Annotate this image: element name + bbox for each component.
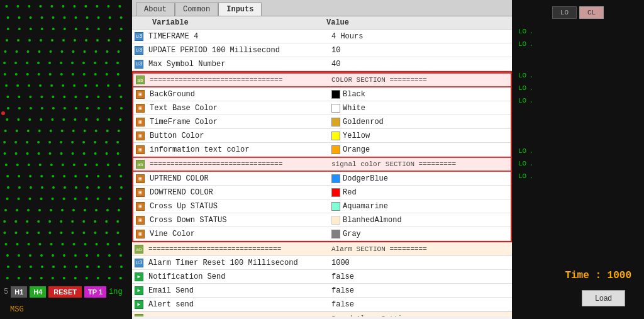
val-notification: false [329,271,512,283]
var-uptrend: UPTREND COLOR [147,173,329,184]
dot-label-4: LO [518,84,526,92]
main-panel: About Common Inputs Variable Value u3 TI… [132,0,512,319]
dot-dots-5: . [529,97,533,104]
val-color-section: COLOR SECTION ========= [329,75,511,85]
swatch-vine-color [331,230,340,238]
table-container[interactable]: Variable Value u3 TIMEFRAME 4 4 Hours u3… [132,16,512,316]
icon-signal-section: ab [133,158,147,171]
icon-button-color: ▣ [133,130,147,142]
h1-button[interactable]: H1 [11,286,27,298]
icon-alarm-timer: u3 [132,257,146,269]
table-row: ▣ Cross Up STATUS Aquamarine [133,199,511,213]
icon-downtrend: ▣ [133,186,147,199]
var-alarm-section: ================================ [146,244,329,254]
val-cross-down: BlanhedAlmond [329,215,511,226]
var-timeframe-color: TimeFrame Color [147,116,329,128]
dot-row-2: LO . [512,39,644,49]
table-row: ▶ Email Send false [132,284,512,298]
table-row: ▣ information text color Orange [133,143,511,157]
var-cross-down: Cross Down STATUS [147,215,329,226]
table-row: ▣ Button Color Yellow [133,129,511,143]
dot-dots-3: . [529,72,533,79]
table-row: ▣ UPTREND COLOR DodgerBlue [133,172,511,186]
var-alert-send: Alert send [146,299,329,310]
left-panel: 5 H1 H4 RESET TP 1 ing MSG [0,0,132,319]
signal-section-header: ab ================================ sign… [133,157,511,172]
icon-vine-color: ▣ [133,228,147,240]
alarm-section-header: ab ================================ Alar… [132,242,512,256]
right-panel: LO CL LO . LO . LO . LO . LO . LO . LO .… [512,0,644,319]
var-sound-section: ================================ [146,313,329,316]
cl-button[interactable]: CL [579,6,604,19]
icon-sound-section: ab [132,312,146,316]
icon-notification: ▶ [132,271,146,283]
dot-dots-4: . [529,84,533,92]
table-row: u3 TIMEFRAME 4 4 Hours [132,30,512,43]
dot-label-2: LO [518,40,526,48]
col-value-header: Value [326,18,501,27]
dot-row-1: LO . [512,26,644,36]
tab-common[interactable]: Common [175,3,218,16]
swatch-info-text [331,145,340,154]
tab-inputs[interactable]: Inputs [218,3,262,16]
icon-alert-send: ▶ [132,298,146,311]
icon-uptrend: ▣ [133,172,147,185]
swatch-text-base [331,104,340,113]
swatch-uptrend [331,174,340,183]
var-text-base: Text Base Color [147,103,329,114]
dot-row-6: LO . [512,146,644,156]
table-row: ▣ DOWTREND COLOR Red [133,186,511,199]
var-notification: Notification Send [146,271,329,283]
icon-timeframe-color: ▣ [133,116,147,128]
table-row: ▣ TimeFrame Color Goldenrod [133,115,511,129]
icon-info-text: ▣ [133,143,147,156]
var-max-symbol: Max Symbol Number [146,59,329,70]
lo-cl-bar: LO CL [552,6,604,19]
val-signal-section: signal color SECTION ========= [329,159,511,169]
swatch-downtrend [331,188,340,197]
bottom-bar: 5 H1 H4 RESET TP 1 ing MSG [0,281,132,319]
dot-dots-8: . [529,172,533,180]
lo-button[interactable]: LO [552,6,577,19]
var-downtrend: DOWTREND COLOR [147,187,329,198]
table-row: u3 UPDATE PERIOD 100 Millisecond 10 [132,43,512,57]
dot-label-1: LO [518,28,526,35]
icon-timeframe: u3 [132,30,146,43]
tab-about[interactable]: About [136,3,175,16]
var-cross-up: Cross Up STATUS [147,201,329,212]
val-info-text: Orange [329,144,511,155]
dot-label-3: LO [518,72,526,79]
icon-color-section: ab [133,74,147,86]
dot-row-8: LO . [512,171,644,181]
val-text-base: White [329,103,511,114]
val-timeframe-color: Goldenrod [329,116,511,128]
load-button[interactable]: Load [582,290,625,306]
var-alarm-timer: Alarm Timer Reset 100 Millisecond [146,257,329,269]
swatch-cross-up [331,202,340,211]
swatch-cross-down [331,216,340,225]
dot-label-5: LO [518,97,526,104]
val-downtrend: Red [329,187,511,198]
h4-button[interactable]: H4 [30,286,46,298]
swatch-button-color [331,132,340,140]
var-button-color: Button Color [147,130,329,142]
val-alarm-timer: 1000 [329,257,512,269]
var-vine-color: Vine Color [147,228,329,240]
dot-row-7: LO . [512,159,644,169]
reset-button[interactable]: RESET [48,286,82,298]
var-signal-section: ================================ [147,159,329,169]
num-label: 5 [4,288,8,296]
tab-bar: About Common Inputs [132,0,512,16]
val-background: Black [329,89,511,100]
dot-row-4: LO . [512,83,644,93]
tp1-button[interactable]: TP 1 [84,286,106,298]
table-header: Variable Value [132,16,512,30]
table-row: ▣ Vine Color Gray [133,227,511,241]
var-update-period: UPDATE PERIOD 100 Millisecond [146,45,329,56]
dot-label-8: LO [518,172,526,180]
table-row: ▣ BackGround Black [133,87,511,101]
dot-row-5: LO . [512,96,644,106]
icon-email-send: ▶ [132,284,146,297]
col-variable-header: Variable [136,18,326,27]
table-row: u3 Max Symbol Number 40 [132,57,512,71]
